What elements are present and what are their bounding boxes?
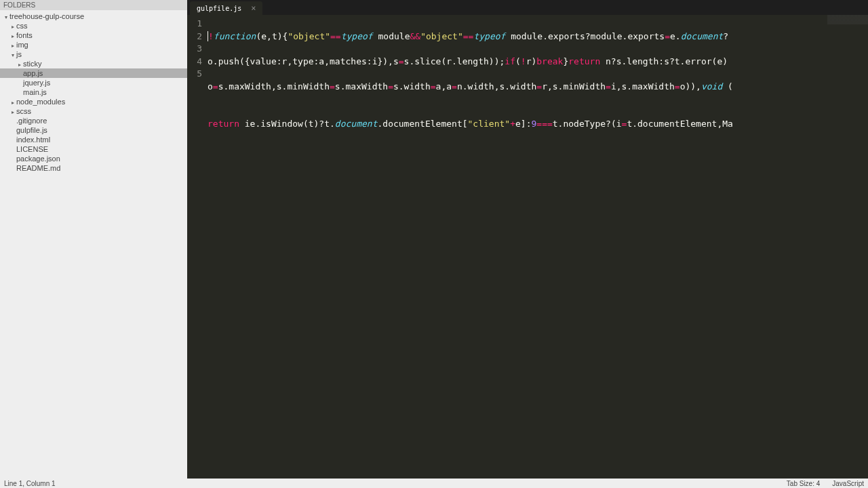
tree-item-label: index.html	[16, 136, 50, 144]
disclosure-icon: ▸	[9, 100, 16, 106]
tree-folder[interactable]: ▾js	[0, 49, 187, 59]
disclosure-icon: ▸	[16, 62, 23, 68]
tree-item-label: package.json	[16, 155, 60, 163]
status-tab-size[interactable]: Tab Size: 4	[787, 480, 820, 487]
tree-item-label: README.md	[16, 164, 60, 172]
tree-folder[interactable]: ▸node_modules	[0, 97, 187, 106]
close-icon[interactable]: ×	[251, 3, 256, 13]
tree-folder[interactable]: ▸scss	[0, 106, 187, 116]
tab-label: gulpfile.js	[197, 5, 241, 12]
gutter: 1 2 3 4 5	[187, 15, 208, 479]
tree-item-label: css	[16, 22, 28, 30]
tree-item-label: fonts	[16, 31, 33, 39]
tab-gulpfile[interactable]: gulpfile.js ×	[190, 1, 262, 15]
tree-item-label: js	[16, 50, 22, 58]
tree-item-label: img	[16, 41, 28, 49]
editor-body[interactable]: 1 2 3 4 5 !function(e,t){"object"==typeo…	[187, 15, 868, 479]
tree-file[interactable]: main.js	[0, 87, 187, 97]
tree-file[interactable]: gulpfile.js	[0, 125, 187, 135]
disclosure-icon: ▸	[9, 109, 16, 115]
tree-file[interactable]: index.html	[0, 135, 187, 144]
disclosure-icon: ▸	[9, 33, 16, 39]
tree-item-label: sticky	[23, 60, 42, 68]
sidebar-folders-header: FOLDERS	[0, 0, 187, 10]
disclosure-icon: ▸	[9, 43, 16, 49]
line-number: 5	[187, 68, 202, 81]
tree-file[interactable]: .gitignore	[0, 116, 187, 125]
tree-item-label: .gitignore	[16, 117, 47, 125]
tree-file[interactable]: jquery.js	[0, 78, 187, 87]
tree-item-label: node_modules	[16, 98, 65, 106]
status-language[interactable]: JavaScript	[832, 480, 864, 487]
tree-file[interactable]: app.js	[0, 68, 187, 78]
tree-folder[interactable]: ▸img	[0, 40, 187, 49]
tree-item-label: treehouse-gulp-course	[9, 12, 84, 20]
tree-file[interactable]: README.md	[0, 163, 187, 173]
tree-item-label: jquery.js	[23, 79, 50, 87]
tab-bar: gulpfile.js ×	[187, 0, 868, 15]
tree-item-label: gulpfile.js	[16, 126, 47, 134]
tree-item-label: scss	[16, 107, 31, 115]
disclosure-icon: ▾	[9, 52, 16, 58]
tree-folder[interactable]: ▸sticky	[0, 59, 187, 68]
line-number: 3	[187, 43, 202, 56]
tree-file[interactable]: package.json	[0, 154, 187, 163]
disclosure-icon: ▸	[9, 24, 16, 30]
disclosure-icon: ▾	[3, 14, 9, 20]
line-number: 2	[187, 30, 202, 43]
editor-panel: gulpfile.js × 1 2 3 4 5 !function(e,t){"…	[187, 0, 868, 479]
sidebar: FOLDERS ▾treehouse-gulp-course▸css▸fonts…	[0, 0, 187, 479]
tree-file[interactable]: LICENSE	[0, 144, 187, 154]
line-number: 1	[187, 18, 202, 30]
tree-folder[interactable]: ▾treehouse-gulp-course	[0, 12, 187, 21]
status-cursor-position[interactable]: Line 1, Column 1	[4, 480, 56, 487]
tree-folder[interactable]: ▸css	[0, 21, 187, 30]
minimap[interactable]	[827, 15, 868, 24]
tree-item-label: main.js	[23, 88, 47, 96]
status-bar: Line 1, Column 1 Tab Size: 4 JavaScript	[0, 479, 868, 488]
tree-folder[interactable]: ▸fonts	[0, 30, 187, 40]
tree-item-label: app.js	[23, 69, 43, 77]
file-tree: ▾treehouse-gulp-course▸css▸fonts▸img▾js▸…	[0, 10, 187, 479]
line-number: 4	[187, 56, 202, 68]
code-area[interactable]: !function(e,t){"object"==typeof module&&…	[208, 15, 868, 479]
tree-item-label: LICENSE	[16, 145, 48, 153]
